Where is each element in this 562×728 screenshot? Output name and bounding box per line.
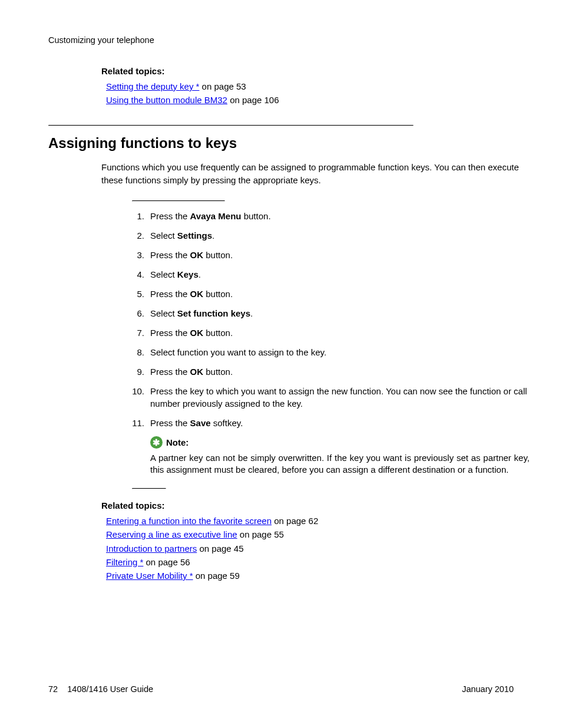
page-footer: 72 1408/1416 User Guide January 2010: [48, 684, 514, 694]
note-block: ✱ Note: A partner key can not be simply …: [150, 436, 530, 476]
related-suffix: on page 106: [227, 95, 279, 105]
related-item: Entering a function into the favorite sc…: [106, 514, 318, 528]
related-suffix: on page 53: [199, 81, 246, 91]
related-item: Introduction to partners on page 45: [106, 542, 318, 555]
step-text: Select Set function keys.: [147, 307, 253, 319]
step: 2. Select Settings.: [131, 229, 530, 242]
step-text: Select Settings.: [147, 229, 214, 242]
step-number: 10.: [131, 385, 147, 410]
related-topics-top: Related topics: Setting the deputy key *…: [101, 66, 279, 107]
step: 8. Select function you want to assign to…: [131, 346, 530, 358]
step-number: 8.: [131, 346, 147, 358]
step: 4. Select Keys.: [131, 268, 530, 281]
step: 10. Press the key to which you want to a…: [131, 385, 530, 410]
related-item: Private User Mobility * on page 59: [106, 569, 318, 582]
step: 5. Press the OK button.: [131, 288, 530, 300]
note-header: ✱ Note:: [150, 436, 530, 449]
related-link[interactable]: Private User Mobility *: [106, 571, 193, 581]
steps-list: 1. Press the Avaya Menu button. 2. Selec…: [131, 210, 530, 476]
footer-date: January 2010: [462, 684, 514, 694]
step: 9. Press the OK button.: [131, 365, 530, 378]
step-text: Press the OK button.: [147, 249, 233, 261]
step: 3. Press the OK button.: [131, 249, 530, 261]
related-link[interactable]: Reserving a line as executive line: [106, 529, 237, 539]
related-link[interactable]: Introduction to partners: [106, 543, 197, 554]
step: 1. Press the Avaya Menu button.: [131, 210, 530, 222]
related-item: Filtering * on page 56: [106, 555, 318, 569]
related-item: Using the button module BM32 on page 106: [106, 93, 279, 107]
step-number: 3.: [131, 249, 147, 261]
related-suffix: on page 45: [197, 543, 243, 554]
note-icon: ✱: [150, 436, 163, 449]
section-rule: [48, 125, 414, 126]
step-text: Press the key to which you want to assig…: [147, 385, 530, 410]
step-number: 7.: [131, 327, 147, 339]
related-heading: Related topics:: [101, 66, 279, 76]
steps-end-rule: [132, 488, 166, 489]
note-text: A partner key can not be simply overwrit…: [150, 452, 530, 476]
page-number: 72: [48, 684, 58, 694]
related-suffix: on page 62: [272, 516, 318, 526]
related-item: Reserving a line as executive line on pa…: [106, 528, 318, 541]
step-number: 6.: [131, 307, 147, 319]
steps-start-rule: [132, 200, 225, 202]
step-number: 5.: [131, 288, 147, 300]
related-topics-bottom: Related topics: Entering a function into…: [101, 500, 318, 582]
related-link[interactable]: Entering a function into the favorite sc…: [106, 516, 272, 526]
related-link[interactable]: Setting the deputy key *: [106, 81, 199, 91]
footer-left: 72 1408/1416 User Guide: [48, 684, 153, 694]
doc-title: 1408/1416 User Guide: [67, 684, 153, 694]
step-text: Press the OK button.: [147, 365, 233, 378]
step-text: Select function you want to assign to th…: [147, 346, 326, 358]
section-title: Assigning functions to keys: [48, 135, 237, 151]
related-suffix: on page 59: [193, 571, 240, 581]
step: 11. Press the Save softkey.: [131, 417, 530, 429]
related-item: Setting the deputy key * on page 53: [106, 80, 279, 93]
related-link[interactable]: Using the button module BM32: [106, 95, 227, 105]
step-text: Press the Avaya Menu button.: [147, 210, 271, 222]
intro-paragraph: Functions which you use frequently can b…: [101, 161, 530, 187]
step-number: 9.: [131, 365, 147, 378]
related-heading: Related topics:: [101, 500, 318, 510]
related-suffix: on page 56: [143, 557, 190, 567]
related-suffix: on page 55: [237, 529, 284, 539]
step-text: Press the OK button.: [147, 327, 233, 339]
step-number: 2.: [131, 229, 147, 242]
step-number: 4.: [131, 268, 147, 281]
step-text: Press the OK button.: [147, 288, 233, 300]
step: 7. Press the OK button.: [131, 327, 530, 339]
step-number: 1.: [131, 210, 147, 222]
note-label: Note:: [166, 437, 189, 447]
running-header: Customizing your telephone: [48, 35, 154, 45]
step-number: 11.: [131, 417, 147, 429]
step: 6. Select Set function keys.: [131, 307, 530, 319]
step-text: Press the Save softkey.: [147, 417, 243, 429]
step-text: Select Keys.: [147, 268, 201, 281]
related-link[interactable]: Filtering *: [106, 557, 143, 567]
